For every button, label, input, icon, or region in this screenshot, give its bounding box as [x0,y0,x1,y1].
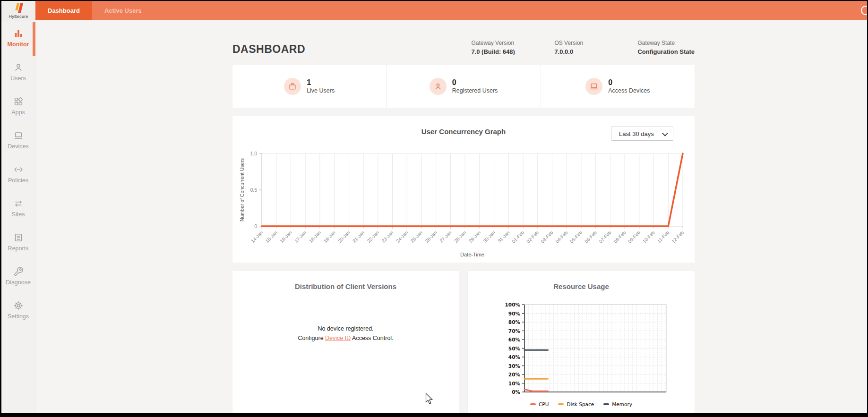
y-tick-label: 10% [508,381,521,386]
resource-usage-title: Resource Usage [468,271,695,290]
y-tick-label: 1.0 [250,151,257,156]
sidebar-item-label: Reports [8,245,29,252]
y-tick-label: 0.5 [250,187,257,193]
page-title: DASHBOARD [232,43,305,56]
x-tick-label: 05-Feb [569,230,583,244]
x-tick-label: 28-Jan [453,230,467,244]
resource-usage-panel: Resource Usage 100%90%80%70%60%50%40%30%… [468,271,695,413]
x-tick-label: 23-Jan [381,230,395,244]
x-tick-label: 03-Feb [540,230,554,244]
sidebar-item-devices[interactable]: Devices [1,123,35,157]
series-line-cpu [524,389,548,391]
client-versions-empty-state: No device registered. Configure Device I… [232,324,459,343]
x-tick-label: 04-Feb [554,230,568,244]
bag-icon [284,78,301,95]
legend-item-cpu: CPU [530,401,549,407]
resource-usage-legend: CPUDisk SpaceMemory [468,401,695,407]
sidebar-item-diagnose[interactable]: Diagnose [1,259,35,293]
sidebar-item-label: Devices [8,143,28,150]
x-tick-label: 15-Jan [265,230,278,244]
sidebar-item-apps[interactable]: Apps [1,89,35,123]
wrench-icon [13,266,24,277]
client-versions-panel: Distribution of Client Versions No devic… [232,271,459,413]
document-icon [13,232,24,243]
info-os-version: OS Version 7.0.0.0 [554,40,600,55]
y-tick-label: 40% [508,354,521,360]
x-tick-label: 01-Feb [511,230,525,244]
legend-label: Disk Space [567,401,594,407]
x-tick-label: 14-Jan [250,230,264,244]
bar-chart-icon [13,28,24,39]
sidebar-item-label: Sites [12,211,25,218]
no-device-text: No device registered. [232,324,459,333]
device-id-link[interactable]: Device ID [325,335,351,341]
legend-item-memory: Memory [603,401,632,407]
top-tab-bar: Dashboard Active Users [35,1,154,20]
x-tick-label: 16-Jan [279,230,292,244]
y-axis-label: Number of Concurrent Users [239,158,245,221]
y-tick-label: 90% [508,311,521,316]
top-bar: Dashboard Active Users [1,1,867,20]
x-tick-label: 22-Jan [366,230,380,244]
client-versions-title: Distribution of Client Versions [232,271,459,290]
apps-grid-icon [13,96,24,107]
gear-icon [13,300,24,311]
y-tick-label: 0% [512,389,520,395]
gateway-info-row: Gateway Version 7.0 (Build: 648) OS Vers… [471,40,695,55]
x-tick-label: 07-Feb [598,230,612,244]
sidebar-item-settings[interactable]: Settings [1,293,35,327]
sidebar-item-users[interactable]: Users [1,55,35,89]
legend-item-disk-space: Disk Space [558,401,594,407]
x-tick-label: 19-Jan [323,230,336,244]
sidebar-item-label: Users [10,75,26,82]
user-concurrency-panel: User Concurrency Graph Last 30 days 14-J… [232,116,695,263]
date-range-select[interactable]: Last 30 days [611,127,673,141]
x-tick-label: 30-Jan [482,230,496,244]
x-tick-label: 18-Jan [308,230,322,244]
stat-registered-users: 0 Registered Users [386,65,541,108]
x-tick-label: 09-Feb [627,230,641,244]
x-tick-label: 17-Jan [293,230,307,244]
x-tick-label: 31-Jan [497,230,510,244]
app-window: Dashboard Active Users HySecure MonitorU… [1,1,867,413]
stats-panel: 1 Live Users 0 Registered Users [232,65,695,108]
sidebar-item-monitor[interactable]: Monitor [1,21,35,55]
legend-swatch [530,403,536,405]
laptop-icon [585,78,602,95]
concurrency-line [262,153,683,226]
y-tick-label: 80% [508,319,521,325]
code-brackets-icon [13,164,24,175]
x-tick-label: 02-Feb [525,230,540,244]
tab-active-users[interactable]: Active Users [92,1,154,20]
tab-dashboard[interactable]: Dashboard [35,1,92,20]
sidebar-item-label: Policies [8,177,28,184]
configure-text: Configure Device ID Access Control. [232,333,459,343]
user-concurrency-chart: 14-Jan15-Jan16-Jan17-Jan18-Jan19-Jan20-J… [232,141,695,260]
main-area: DASHBOARD Gateway Version 7.0 (Build: 64… [35,21,867,413]
sidebar-item-policies[interactable]: Policies [1,157,35,191]
user-circle-icon[interactable] [861,6,867,15]
sidebar-nav: MonitorUsersAppsDevicesPoliciesSitesRepo… [1,21,35,413]
info-gateway-version: Gateway Version 7.0 (Build: 648) [471,40,516,55]
person-icon [430,78,447,95]
x-tick-label: 26-Jan [424,230,438,244]
x-tick-label: 06-Feb [584,230,598,244]
y-tick-label: 70% [508,328,521,334]
y-tick-label: 60% [508,337,521,342]
date-range-dropdown[interactable]: Last 30 days [611,127,673,141]
x-tick-label: 25-Jan [410,230,423,244]
legend-label: CPU [539,401,549,407]
sidebar-item-reports[interactable]: Reports [1,225,35,259]
x-axis-label: Date-Time [460,252,484,257]
y-tick-label: 30% [508,363,521,369]
sidebar-item-sites[interactable]: Sites [1,191,35,225]
y-tick-label: 0 [254,223,257,229]
stat-live-users: 1 Live Users [232,65,386,108]
y-tick-label: 100% [505,302,521,307]
x-tick-label: 10-Feb [642,230,656,244]
x-tick-label: 27-Jan [438,230,452,244]
y-tick-label: 50% [508,346,521,351]
app-logo[interactable]: HySecure [1,1,35,21]
legend-swatch [558,403,564,405]
logo-text: HySecure [9,14,28,19]
